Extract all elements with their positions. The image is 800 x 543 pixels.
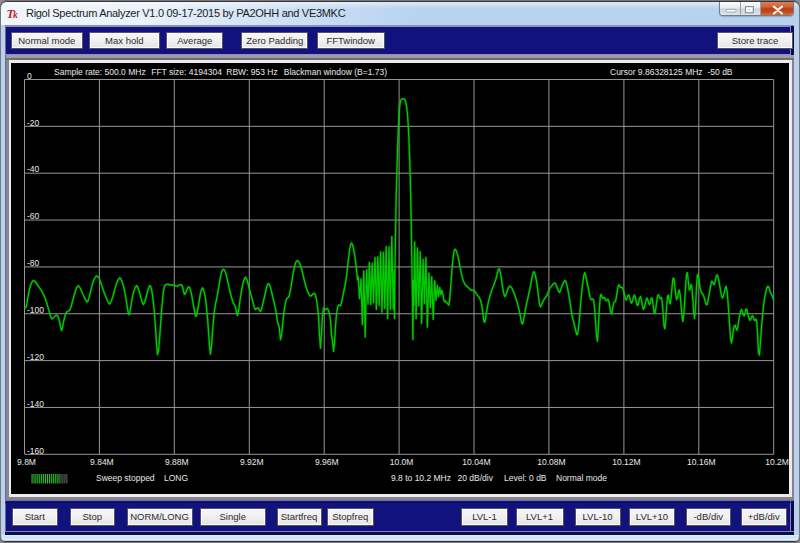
svg-text:10.04M: 10.04M bbox=[462, 457, 490, 467]
svg-text:-60: -60 bbox=[27, 211, 40, 221]
svg-text:-140: -140 bbox=[27, 398, 44, 408]
svg-text:0: 0 bbox=[27, 70, 32, 80]
svg-text:10.08M: 10.08M bbox=[537, 457, 565, 467]
svg-text:-160: -160 bbox=[27, 445, 44, 455]
svg-text:9.92M: 9.92M bbox=[240, 457, 264, 467]
svg-text:10.2M: 10.2M bbox=[765, 457, 788, 467]
svg-text:10.16M: 10.16M bbox=[687, 457, 715, 467]
svg-text:-20: -20 bbox=[27, 117, 40, 127]
svg-text:-100: -100 bbox=[27, 304, 44, 314]
svg-text:LONG: LONG bbox=[164, 472, 188, 482]
svg-text:10.0M: 10.0M bbox=[390, 457, 414, 467]
svg-text:9.96M: 9.96M bbox=[315, 457, 339, 467]
svg-text:9.8 to 10.2 MHz: 9.8 to 10.2 MHz bbox=[391, 472, 451, 482]
svg-text:-80: -80 bbox=[27, 258, 40, 268]
svg-text:9.8M: 9.8M bbox=[17, 457, 36, 467]
svg-text:RBW: 953 Hz: RBW: 953 Hz bbox=[226, 67, 277, 77]
svg-text:Blackman window (B=1.73): Blackman window (B=1.73) bbox=[284, 67, 387, 77]
svg-text:Sweep stopped: Sweep stopped bbox=[96, 472, 155, 482]
svg-text:Cursor 9.86328125 MHz: Cursor 9.86328125 MHz bbox=[610, 67, 703, 77]
svg-text:Level: 0 dB: Level: 0 dB bbox=[504, 472, 547, 482]
svg-text:-40: -40 bbox=[27, 164, 40, 174]
svg-text:FFT size: 4194304: FFT size: 4194304 bbox=[151, 67, 222, 77]
svg-text:Normal mode: Normal mode bbox=[556, 472, 607, 482]
svg-text:Sample rate: 500.0 MHz: Sample rate: 500.0 MHz bbox=[54, 67, 146, 77]
svg-text:k: k bbox=[13, 10, 18, 20]
svg-text:9.88M: 9.88M bbox=[165, 457, 189, 467]
svg-text:-50 dB: -50 dB bbox=[708, 67, 733, 77]
svg-text:10.12M: 10.12M bbox=[612, 457, 640, 467]
svg-text:20 dB/div: 20 dB/div bbox=[458, 472, 494, 482]
svg-text:9.84M: 9.84M bbox=[90, 457, 114, 467]
svg-text:-120: -120 bbox=[27, 351, 44, 361]
